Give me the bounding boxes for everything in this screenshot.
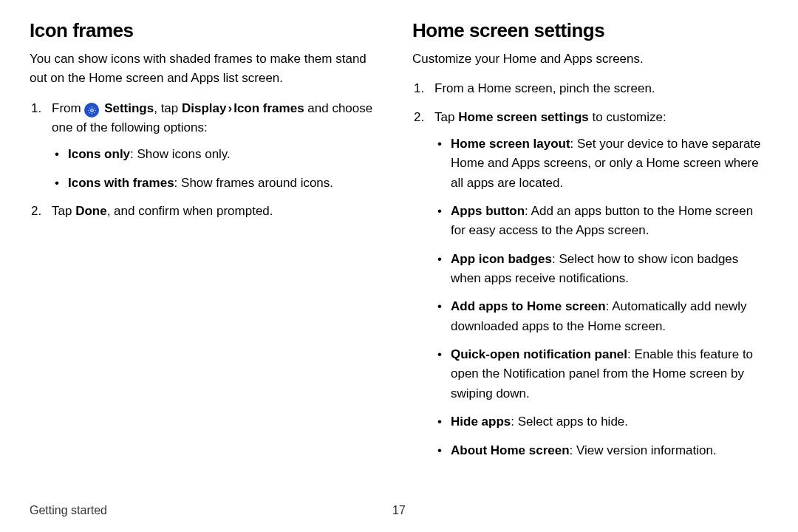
steps-home-screen: From a Home screen, pinch the screen. Ta… xyxy=(412,79,768,460)
item-label: Hide apps xyxy=(451,415,511,429)
text: , and confirm when prompted. xyxy=(107,204,273,218)
item-label: Apps button xyxy=(451,204,525,218)
item-about-home-screen: About Home screen: View version informat… xyxy=(434,441,768,460)
intro-icon-frames: You can show icons with shaded frames to… xyxy=(30,50,386,89)
item-quick-open-notif: Quick-open notification panel: Enable th… xyxy=(434,345,768,403)
text: Tap xyxy=(52,204,75,218)
item-add-apps: Add apps to Home screen: Automatically a… xyxy=(434,297,768,336)
item-label: App icon badges xyxy=(451,252,552,266)
settings-list: Home screen layout: Set your device to h… xyxy=(434,134,768,460)
item-apps-button: Apps button: Add an apps button to the H… xyxy=(434,202,768,241)
item-app-icon-badges: App icon badges: Select how to show icon… xyxy=(434,250,768,289)
settings-icon xyxy=(84,103,99,117)
item-desc: : Select apps to hide. xyxy=(511,415,628,429)
label-settings: Settings xyxy=(104,101,154,115)
heading-home-screen-settings: Home screen settings xyxy=(412,19,768,42)
item-label: Home screen layout xyxy=(451,137,570,151)
option-icons-only: Icons only: Show icons only. xyxy=(52,145,386,164)
label-done: Done xyxy=(75,204,107,218)
intro-home-screen: Customize your Home and Apps screens. xyxy=(412,50,768,69)
label-icon-frames: Icon frames xyxy=(233,101,304,115)
item-label: Quick-open notification panel xyxy=(451,347,627,361)
label-home-screen-settings: Home screen settings xyxy=(458,110,589,124)
text: , tap xyxy=(154,101,182,115)
item-label: About Home screen xyxy=(451,443,570,457)
options-list: Icons only: Show icons only. Icons with … xyxy=(52,145,386,193)
item-home-screen-layout: Home screen layout: Set your device to h… xyxy=(434,134,768,193)
option-desc: : Show frames around icons. xyxy=(174,176,333,190)
step-2: Tap Home screen settings to customize: H… xyxy=(412,108,768,460)
option-label: Icons only xyxy=(68,147,130,161)
left-column: Icon frames You can show icons with shad… xyxy=(30,19,386,498)
option-label: Icons with frames xyxy=(68,176,174,190)
step-1: From Settings, tap Display›Icon frames a… xyxy=(30,99,386,193)
chevron-right-icon: › xyxy=(226,101,233,115)
content-columns: Icon frames You can show icons with shad… xyxy=(30,19,768,498)
text: Tap xyxy=(434,110,458,124)
label-display: Display xyxy=(182,101,226,115)
page-number: 17 xyxy=(392,504,406,517)
page-footer: Getting started 17 xyxy=(30,498,768,517)
heading-icon-frames: Icon frames xyxy=(30,19,386,42)
option-icons-with-frames: Icons with frames: Show frames around ic… xyxy=(52,174,386,193)
svg-point-0 xyxy=(91,109,93,111)
item-hide-apps: Hide apps: Select apps to hide. xyxy=(434,412,768,432)
text: to customize: xyxy=(589,110,666,124)
right-column: Home screen settings Customize your Home… xyxy=(412,19,768,498)
option-desc: : Show icons only. xyxy=(130,147,231,161)
text: From xyxy=(52,101,84,115)
step-2: Tap Done, and confirm when prompted. xyxy=(30,202,386,221)
step-1: From a Home screen, pinch the screen. xyxy=(412,79,768,98)
steps-icon-frames: From Settings, tap Display›Icon frames a… xyxy=(30,99,386,222)
footer-section: Getting started xyxy=(30,504,107,517)
item-desc: : View version information. xyxy=(570,443,717,457)
item-label: Add apps to Home screen xyxy=(451,299,606,313)
